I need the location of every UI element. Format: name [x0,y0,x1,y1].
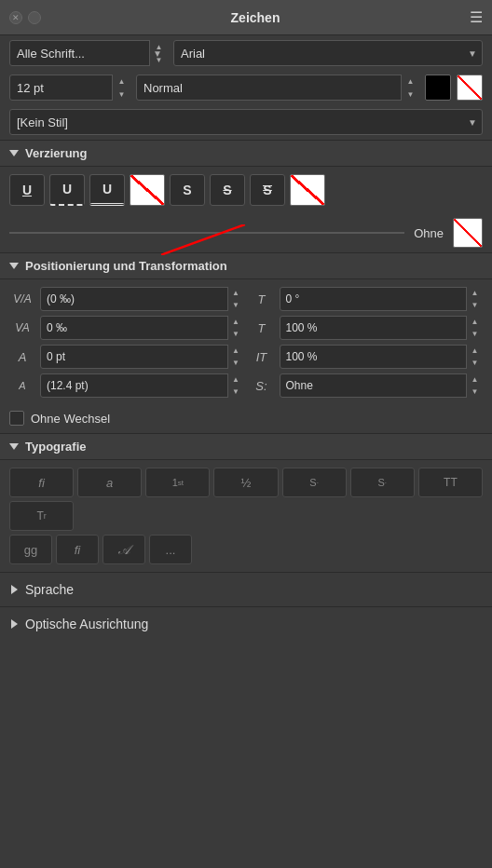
baseline-arrows: ▲ ▼ [227,345,244,369]
positionierung-collapse-icon [9,263,19,269]
underline-double-button[interactable]: U [89,174,125,206]
typo-more[interactable]: ... [149,535,192,564]
typo-subscript-s[interactable]: S· [350,468,415,497]
typo-fraction[interactable]: ½ [213,468,278,497]
leading-up[interactable]: ▲ [228,373,244,386]
baseline-up[interactable]: ▲ [228,345,244,357]
strikethrough-single-button[interactable]: S [210,174,245,206]
minimize-button[interactable] [28,11,41,24]
text-color-none[interactable] [457,75,483,101]
typografie-header[interactable]: Typografie [0,433,492,460]
ohne-diagonal-line [9,224,404,255]
underline-none-swatch[interactable] [130,174,165,206]
vscale-down[interactable]: ▼ [467,328,483,340]
strikethrough-none-swatch[interactable] [290,174,325,206]
menu-icon[interactable]: ☰ [470,8,483,26]
positionierung-header[interactable]: Positionierung und Transformation [0,252,492,279]
close-button[interactable]: ✕ [9,11,22,24]
leading-input-wrap: ▲ ▼ [40,373,244,398]
kein-stil-row: [Kein Stil] ▼ [0,104,492,140]
baseline-input[interactable] [40,345,244,369]
typo-ordinal[interactable]: 1st [145,468,210,497]
rotation-down[interactable]: ▼ [467,299,483,311]
typo-stylistic[interactable]: fi [56,535,99,564]
underline-plain-button[interactable]: U [9,174,45,206]
optische-expand-icon [11,619,18,629]
hscale-icon: IT [249,350,275,364]
typografie-row2: gg fi 𝒜 ... [0,535,492,572]
svg-line-0 [161,224,245,255]
vscale-arrows: ▲ ▼ [466,316,483,340]
typo-superscript-s[interactable]: S· [282,468,347,497]
font-family-up[interactable]: ▲ [150,40,168,53]
typo-small-caps[interactable]: Tr [9,501,74,531]
rotation-icon: T [249,292,275,306]
strikethrough-double-button[interactable]: S [250,174,285,206]
style-wrap: NormalFettKursivFett Kursiv ▲ ▼ [136,75,419,101]
kerning-input-wrap: ▲ ▼ [40,287,244,311]
verzierung-collapse-icon [9,150,19,156]
optische-section[interactable]: Optische Ausrichtung [0,606,492,641]
tracking-input-wrap: ▲ ▼ [40,316,244,340]
tracking-input[interactable] [40,316,244,340]
leading-down[interactable]: ▼ [228,386,244,398]
strikethrough-none-button[interactable]: S [170,174,205,206]
tracking-up[interactable]: ▲ [228,316,244,328]
typo-titling[interactable]: 𝒜 [102,535,145,564]
style-down[interactable]: ▼ [402,88,419,101]
kerning-icon: V/A [9,292,35,305]
leading-input[interactable] [40,373,244,398]
hscale-down[interactable]: ▼ [467,357,483,369]
ohne-line-wrap [9,224,404,241]
rotation-arrows: ▲ ▼ [466,287,483,311]
skew-select-wrap: Ohne ▲ ▼ [280,373,484,398]
positionierung-grid: V/A ▲ ▼ T ▲ ▼ VA ▲ ▼ [0,279,492,405]
hscale-up[interactable]: ▲ [467,345,483,357]
skew-down[interactable]: ▼ [467,386,483,398]
kein-stil-select[interactable]: [Kein Stil] [9,109,483,135]
tracking-down[interactable]: ▼ [228,328,244,340]
kerning-arrows: ▲ ▼ [227,287,244,311]
hscale-arrows: ▲ ▼ [466,345,483,369]
skew-item: S: Ohne ▲ ▼ [249,373,484,398]
font-family-select[interactable]: Alle Schrift... [9,40,168,66]
baseline-down[interactable]: ▼ [228,357,244,369]
vscale-up[interactable]: ▲ [467,316,483,328]
kerning-input[interactable] [40,287,244,311]
font-name-select[interactable]: ArialHelveticaTimes New Roman [173,40,483,66]
rotation-input[interactable] [280,287,484,311]
optische-label: Optische Ausrichtung [25,617,148,631]
verzierung-header[interactable]: Verzierung [0,140,492,167]
panel-title: Zeichen [41,10,470,25]
size-up[interactable]: ▲ [113,75,130,88]
typo-a-italic[interactable]: a [77,468,142,497]
ohne-color-swatch[interactable] [453,218,483,248]
underline-dashed-button[interactable]: U [49,174,85,206]
style-up[interactable]: ▲ [402,75,419,88]
rotation-input-wrap: ▲ ▼ [280,287,484,311]
font-family-arrows: ▲ ▼ [149,40,168,66]
typo-all-caps[interactable]: TT [418,468,483,497]
hscale-input[interactable] [280,345,484,369]
text-color-black[interactable] [425,75,451,101]
skew-select[interactable]: Ohne [280,373,484,398]
size-down[interactable]: ▼ [113,88,130,101]
sprache-expand-icon [11,585,18,594]
kerning-down[interactable]: ▼ [228,299,244,311]
ohne-label: Ohne [414,226,444,240]
sprache-section[interactable]: Sprache [0,572,492,606]
verzierung-label: Verzierung [25,146,87,160]
ohne-wechsel-checkbox[interactable] [9,411,24,426]
font-family-row: Alle Schrift... ▲ ▼ ▼ ArialHelveticaTime… [0,35,492,71]
skew-up[interactable]: ▲ [467,373,483,386]
typo-swash[interactable]: gg [9,535,52,564]
style-select[interactable]: NormalFettKursivFett Kursiv [136,75,419,101]
font-family-down[interactable]: ▼ [150,53,168,66]
size-wrap: 6 pt8 pt9 pt10 pt11 pt12 pt14 pt18 pt24 … [9,75,130,101]
typo-fi-ligature[interactable]: fi [9,468,74,497]
leading-item: A ▲ ▼ [9,373,244,398]
vscale-input-wrap: ▲ ▼ [280,316,484,340]
kerning-up[interactable]: ▲ [228,287,244,299]
rotation-up[interactable]: ▲ [467,287,483,299]
vscale-input[interactable] [280,316,484,340]
